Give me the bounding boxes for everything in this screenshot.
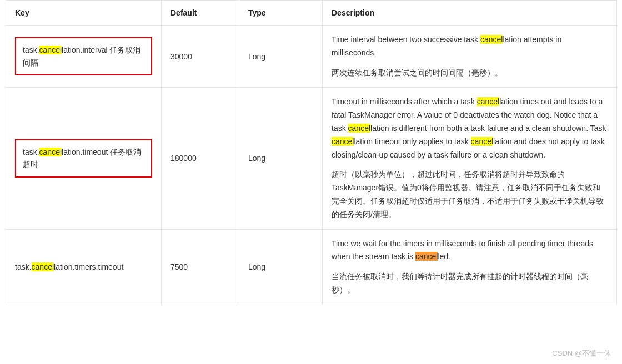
cell-key: task.cancellation.interval 任务取消间隔 xyxy=(6,26,162,88)
col-description: Description xyxy=(323,1,617,26)
description-en: Timeout in milliseconds after which a ta… xyxy=(332,95,608,161)
cell-type: Long xyxy=(239,88,323,229)
header-row: Key Default Type Description xyxy=(6,1,617,26)
table-row: task.cancellation.interval 任务取消间隔30000Lo… xyxy=(6,26,617,88)
cell-type: Long xyxy=(239,229,323,305)
cell-default: 180000 xyxy=(162,88,239,229)
cell-description: Time we wait for the timers in milliseco… xyxy=(323,229,617,305)
description-en: Time interval between two successive tas… xyxy=(332,33,608,60)
cell-description: Timeout in milliseconds after which a ta… xyxy=(323,88,617,229)
highlight-keyword: cancel xyxy=(32,262,54,271)
key-text: task.cancellation.timers.timeout xyxy=(15,262,123,271)
highlight-keyword: cancel xyxy=(332,137,354,146)
description-en: Time we wait for the timers in milliseco… xyxy=(332,237,608,264)
highlight-keyword: cancel xyxy=(477,97,499,106)
cell-type: Long xyxy=(239,26,323,88)
description-cn: 超时（以毫秒为单位），超过此时间，任务取消将超时并导致致命的TaskManage… xyxy=(332,168,608,221)
description-cn: 当流任务被取消时，我们等待计时器完成所有挂起的计时器线程的时间（毫秒）。 xyxy=(332,270,608,297)
highlight-box: task.cancellation.timeout 任务取消超时 xyxy=(15,139,152,178)
highlight-keyword: cancel xyxy=(471,137,493,146)
highlight-keyword: cancel xyxy=(39,46,62,54)
highlight-box: task.cancellation.interval 任务取消间隔 xyxy=(15,37,152,75)
highlight-keyword: cancel xyxy=(415,252,438,261)
highlight-keyword: cancel xyxy=(480,35,503,44)
highlight-keyword: cancel xyxy=(39,148,62,156)
cell-key: task.cancellation.timers.timeout xyxy=(6,229,162,305)
col-default: Default xyxy=(162,1,239,26)
col-type: Type xyxy=(239,1,323,26)
cell-key: task.cancellation.timeout 任务取消超时 xyxy=(6,88,162,229)
cell-description: Time interval between two successive tas… xyxy=(323,26,617,88)
cell-default: 30000 xyxy=(162,26,239,88)
col-key: Key xyxy=(6,1,162,26)
config-table: Key Default Type Description task.cancel… xyxy=(6,0,617,305)
cell-default: 7500 xyxy=(162,229,239,305)
highlight-keyword: cancel xyxy=(348,124,370,133)
table-row: task.cancellation.timeout 任务取消超时180000Lo… xyxy=(6,88,617,229)
description-cn: 两次连续任务取消尝试之间的时间间隔（毫秒）。 xyxy=(332,67,608,80)
table-row: task.cancellation.timers.timeout7500Long… xyxy=(6,229,617,305)
